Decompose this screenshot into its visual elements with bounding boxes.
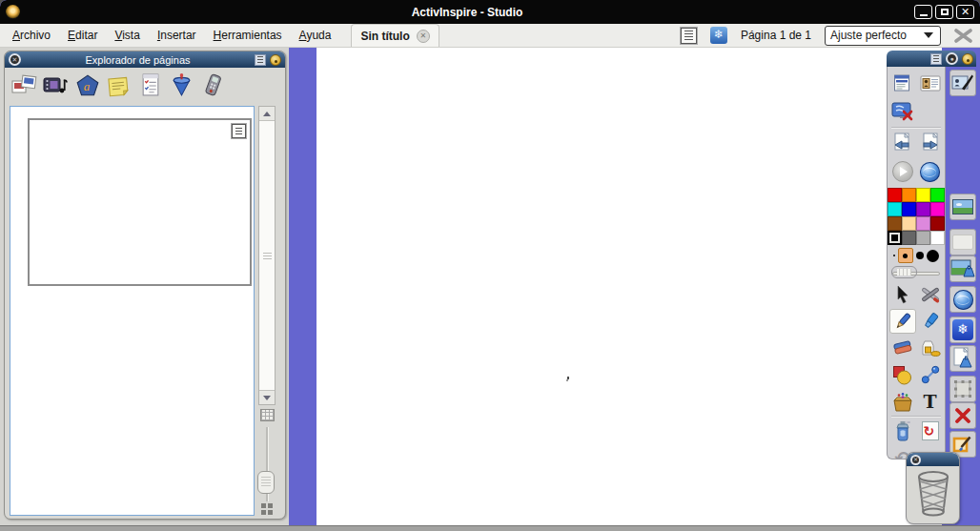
close-icon[interactable]: ✕ [910,455,921,465]
voting-explorer-icon[interactable] [199,72,227,98]
deselect-button[interactable] [949,376,976,402]
highlighter-tool-button[interactable] [917,309,944,334]
flipchart-canvas[interactable] [316,48,942,525]
properties-explorer-icon[interactable] [136,72,164,98]
reset-page-button[interactable]: ↻ [917,419,944,443]
delete-button[interactable] [949,402,976,429]
pin-icon[interactable] [270,54,281,66]
play-button[interactable] [889,159,916,184]
color-swatch[interactable] [916,216,930,231]
pen-tool-button[interactable] [889,309,916,334]
slider-handle[interactable] [891,266,917,278]
camera-button[interactable] [949,229,976,255]
color-swatch[interactable] [930,216,945,231]
page-list-scrollbar[interactable] [258,106,276,405]
annotate-desktop-button[interactable] [949,70,976,96]
actions-explorer-icon[interactable] [168,72,195,98]
minimize-button[interactable] [914,5,932,19]
snowflake-icon[interactable]: ❄ [710,27,727,44]
color-swatch[interactable] [930,231,945,245]
color-swatch[interactable] [888,188,902,202]
notes-explorer-icon[interactable] [105,72,133,98]
menu-vista[interactable]: Vista [106,25,148,46]
connector-tool-button[interactable] [917,362,944,387]
page-menu-icon[interactable] [232,124,246,138]
color-palette [888,188,944,245]
color-swatch[interactable] [888,216,902,231]
pen-width-2-selected[interactable] [898,248,913,263]
color-swatch[interactable] [930,202,945,216]
eraser-tool-button[interactable] [889,336,916,360]
trash-can-icon[interactable] [914,469,952,519]
toolbox-header[interactable]: ● [887,51,976,67]
color-swatch[interactable] [902,216,916,231]
close-icon[interactable]: ✕ [9,53,21,66]
color-swatch[interactable] [916,188,930,202]
thumbnail-size-large-icon[interactable] [261,503,273,515]
color-swatch[interactable] [888,202,902,216]
desktop-tools-button[interactable] [889,99,916,124]
close-button[interactable]: ✕ [956,5,974,19]
next-page-button[interactable] [917,131,944,155]
select-tool-button[interactable] [889,282,916,307]
menu-archivo[interactable]: Archivo [4,25,59,46]
page-menu-icon[interactable] [930,53,942,65]
photo-export-button[interactable] [949,255,976,282]
menu-ayuda[interactable]: Ayuda [291,25,340,46]
math-tools-button[interactable]: ❄ [949,317,976,343]
objects-explorer-icon[interactable]: a [73,72,101,98]
thumbnail-zoom-slider-handle[interactable] [257,471,275,494]
main-menu-button[interactable] [889,71,916,95]
pen-width-4[interactable] [916,252,924,259]
page-reset-button[interactable] [949,345,976,372]
pin-icon[interactable] [962,53,973,65]
clear-annotations-button[interactable] [889,419,916,443]
page-explorer-header[interactable]: ✕ Explorador de páginas [5,51,285,68]
pen-width-1[interactable] [893,255,895,256]
scroll-down-icon[interactable] [259,391,275,404]
page-explorer-panel: ✕ Explorador de páginas a [4,51,286,520]
resource-box-button[interactable] [889,389,916,414]
trash-panel: ✕ [906,452,960,524]
menu-bar: Archivo Editar Vista Insertar Herramient… [0,24,980,48]
color-swatch-selected[interactable] [888,231,902,245]
fill-tool-button[interactable] [917,336,944,360]
page-thumbnail-list[interactable] [10,106,255,516]
fit-resize-icon[interactable] [954,29,972,43]
workspace: ✕ Explorador de páginas a [0,48,980,525]
images-explorer-icon[interactable] [10,72,38,98]
color-swatch[interactable] [916,231,930,245]
pen-width-slider[interactable] [888,264,944,281]
menu-insertar[interactable]: Insertar [149,25,205,46]
scroll-up-icon[interactable] [259,107,275,120]
browser-button[interactable] [917,159,944,184]
color-swatch[interactable] [902,188,916,202]
globe-button[interactable] [949,286,976,313]
color-swatch[interactable] [930,188,945,202]
maximize-button[interactable] [935,5,953,19]
text-tool-button[interactable]: T [917,389,944,414]
roll-up-icon[interactable]: ● [946,52,958,65]
pen-width-8[interactable] [927,250,939,262]
media-explorer-icon[interactable] [42,72,70,98]
page-thumbnail-1[interactable] [28,118,252,286]
fit-select[interactable]: Ajuste perfecto [825,26,941,46]
color-swatch[interactable] [902,231,916,245]
menu-editar[interactable]: Editar [59,25,106,46]
document-tab[interactable]: Sin título ✕ [351,24,439,47]
tab-close-icon[interactable]: ✕ [417,30,430,43]
menu-herramientas[interactable]: Herramientas [205,25,291,46]
shapes-tool-button[interactable] [889,362,916,387]
previous-page-button[interactable] [889,131,916,155]
scrollbar-thumb[interactable] [259,120,275,391]
tools-button[interactable] [917,282,944,307]
page-menu-icon[interactable] [255,54,266,66]
color-swatch[interactable] [902,202,916,216]
profile-button[interactable] [917,71,944,95]
thumbnail-size-small-icon[interactable] [260,409,275,421]
snapshot-button[interactable] [949,194,976,220]
pen-width-selector [888,247,944,264]
color-swatch[interactable] [916,202,930,216]
trash-panel-header[interactable]: ✕ [907,453,959,466]
page-menu-icon[interactable] [681,28,697,44]
